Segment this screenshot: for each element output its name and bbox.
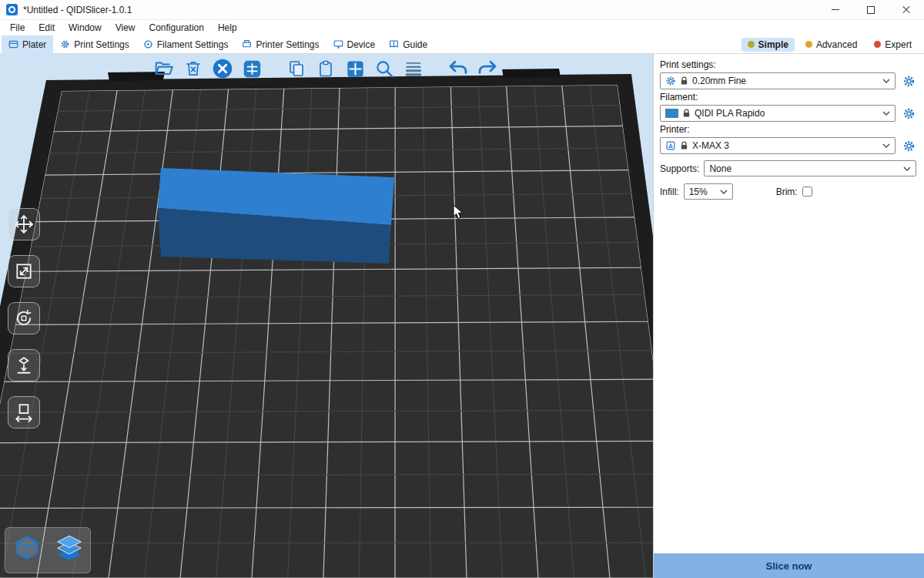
tab-label: Print Settings [74,39,129,50]
printer-icon [665,140,676,151]
paste-button[interactable] [314,57,337,80]
scene-canvas[interactable] [0,54,653,578]
split-panes-icon [345,59,366,79]
undo-button[interactable] [447,57,470,80]
mode-label: Expert [885,39,912,50]
mode-expert[interactable]: Expert [868,38,918,52]
mode-advanced[interactable]: Advanced [799,38,863,52]
place-on-face-gizmo-button[interactable] [8,349,40,381]
print-settings-label: Print settings: [660,59,916,70]
infill-label: Infill: [660,187,679,197]
print-settings-combo[interactable]: 0.20mm Fine [660,72,896,89]
3d-viewport[interactable] [0,54,653,578]
delete-all-icon [212,58,233,79]
tab-label: Printer Settings [256,39,319,50]
3d-view-button[interactable] [12,534,42,567]
supports-combo[interactable]: None [704,160,916,176]
tab-filament-settings[interactable]: Filament Settings [136,35,236,54]
filament-value: QIDI PLA Rapido [695,108,765,119]
variable-layer-height-button[interactable] [402,57,425,80]
gear-icon [902,107,916,120]
move-gizmo-button[interactable] [8,208,40,240]
main-area: Print settings: 0.20mm Fine Filament: QI… [0,54,924,578]
gizmo-toolbar [8,208,40,428]
paste-icon [316,59,335,78]
measure-icon [14,402,34,422]
redo-button[interactable] [476,57,499,80]
menu-help[interactable]: Help [211,21,244,35]
filament-combo[interactable]: QIDI PLA Rapido [660,105,896,122]
gear-icon [902,139,916,153]
brim-checkbox[interactable] [802,187,812,197]
infill-value: 15% [689,187,708,197]
window-title: *Untitled - QIDISlicer-1.0.1 [23,5,132,15]
layers-stack-icon [54,534,85,565]
close-icon [902,5,911,15]
minimize-icon [832,9,839,10]
chevron-down-icon [882,79,890,83]
delete-all-button[interactable] [211,57,234,80]
print-settings-gear-button[interactable] [901,73,916,89]
bed-clip-tab [502,69,561,78]
tab-label: Device [347,39,376,50]
menu-edit[interactable]: Edit [32,21,62,35]
printer-gear-button[interactable] [901,138,916,153]
tab-print-settings[interactable]: Print Settings [53,35,136,54]
split-button[interactable] [343,57,367,80]
filament-gear-button[interactable] [901,106,916,121]
tab-label: Plater [22,39,46,50]
maximize-button[interactable] [853,0,889,19]
print-settings-value: 0.20mm Fine [692,76,746,86]
arrange-icon [242,59,263,79]
place-on-face-icon [14,355,34,375]
rotate-icon [14,308,34,328]
tab-printer-settings[interactable]: Printer Settings [235,35,326,54]
plater-toolbar [152,57,499,80]
rotate-gizmo-button[interactable] [8,302,40,334]
book-icon [389,39,399,49]
monitor-icon [333,39,343,49]
tab-plater[interactable]: Plater [2,35,53,54]
open-folder-icon [154,59,174,79]
measure-gizmo-button[interactable] [8,396,40,428]
scale-gizmo-button[interactable] [8,255,40,287]
menu-view[interactable]: View [109,21,142,35]
printer-icon [242,39,252,49]
delete-button[interactable] [182,57,205,80]
search-button[interactable] [373,57,396,80]
close-button[interactable] [889,0,924,19]
tab-label: Filament Settings [157,39,229,50]
infill-combo[interactable]: 15% [684,183,733,200]
menu-window[interactable]: Window [62,21,109,35]
printer-combo[interactable]: X-MAX 3 [660,137,896,154]
plater-icon [8,39,18,49]
layers-view-button[interactable] [54,534,85,567]
model-object[interactable] [158,168,394,264]
tab-device[interactable]: Device [326,35,383,54]
trash-icon [184,59,203,78]
print-bed[interactable] [0,85,653,578]
gear-icon [60,39,70,49]
tab-label: Guide [403,39,427,50]
undo-arrow-icon [447,58,469,79]
mode-simple[interactable]: Simple [742,38,795,52]
copy-button[interactable] [285,57,308,80]
lock-icon [682,109,691,118]
minimize-button[interactable] [818,0,853,19]
slice-now-button[interactable]: Slice now [654,553,924,578]
advanced-mode-dot-icon [805,41,812,48]
arrange-button[interactable] [240,57,263,80]
menu-file[interactable]: File [3,21,32,35]
printer-value: X-MAX 3 [692,140,729,151]
search-icon [374,59,394,79]
mode-switcher: Simple Advanced Expert [742,38,924,52]
app-icon [6,4,18,15]
filament-color-swatch [665,109,678,118]
supports-value: None [709,163,732,174]
filament-spool-icon [143,39,153,49]
menu-configuration[interactable]: Configuration [142,21,211,35]
simple-mode-dot-icon [748,41,755,48]
supports-label: Supports: [660,163,699,174]
open-button[interactable] [152,57,176,80]
tab-guide[interactable]: Guide [382,35,434,54]
